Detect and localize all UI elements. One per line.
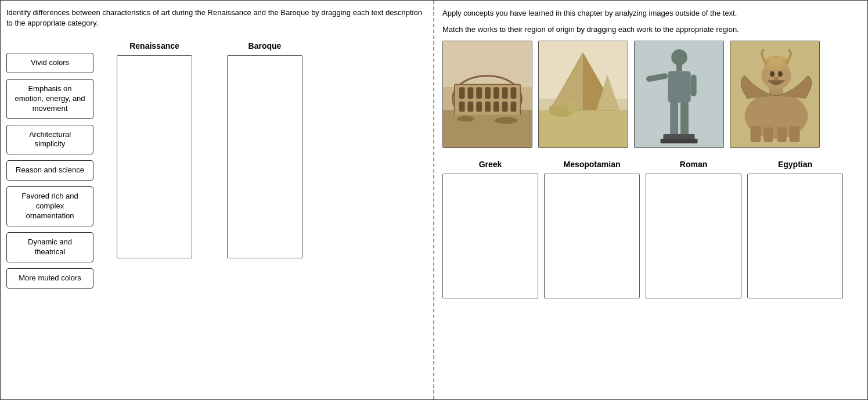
svg-point-54	[774, 77, 779, 80]
drag-item-dynamic-theatrical[interactable]: Dynamic and theatrical	[6, 232, 93, 262]
drag-item-emphasis-emotion[interactable]: Emphasis on emotion, energy, and movemen…	[6, 79, 93, 119]
svg-rect-17	[502, 102, 508, 112]
svg-rect-19	[443, 115, 532, 147]
svg-rect-39	[680, 102, 689, 136]
egyptian-drop-zone[interactable]	[747, 174, 843, 298]
svg-rect-47	[790, 126, 800, 142]
mesopotamian-column: Mesopotamian	[544, 160, 640, 298]
right-instructions-2: Match the works to their region of origi…	[442, 24, 859, 35]
mesopotamian-drop-zone[interactable]	[544, 174, 640, 298]
svg-rect-45	[763, 127, 773, 142]
svg-rect-24	[539, 110, 628, 147]
drag-item-reason-science[interactable]: Reason and science	[6, 160, 93, 181]
mesopotamian-label: Mesopotamian	[563, 160, 620, 169]
colosseum-svg	[443, 41, 532, 147]
svg-rect-38	[670, 102, 678, 136]
svg-point-20	[458, 116, 475, 122]
svg-rect-8	[485, 87, 491, 99]
svg-point-33	[671, 49, 687, 66]
svg-point-52	[770, 71, 775, 77]
image-greek-statue[interactable]	[634, 41, 724, 148]
svg-rect-44	[751, 126, 761, 142]
renaissance-column: Renaissance	[117, 41, 192, 258]
baroque-drop-zone[interactable]	[227, 55, 302, 258]
svg-rect-41	[660, 139, 697, 143]
greek-column: Greek	[442, 160, 538, 298]
svg-rect-7	[476, 87, 482, 99]
egyptian-label: Egyptian	[778, 160, 812, 169]
baroque-column: Baroque	[227, 41, 302, 258]
svg-rect-9	[494, 87, 499, 99]
svg-rect-13	[467, 102, 473, 112]
pyramid-svg	[539, 41, 628, 147]
svg-rect-11	[510, 87, 516, 99]
image-pyramid[interactable]	[538, 41, 628, 148]
greek-label: Greek	[479, 160, 502, 169]
drag-item-favored-rich[interactable]: Favored rich and complex ornamentation	[6, 186, 93, 226]
drag-item-more-muted[interactable]: More muted colors	[6, 268, 93, 289]
left-instructions: Identify differences between characteris…	[6, 8, 427, 28]
left-panel: Identify differences between characteris…	[1, 1, 434, 399]
svg-rect-35	[668, 71, 690, 103]
statue-svg	[635, 41, 723, 147]
baroque-label: Baroque	[248, 41, 282, 51]
svg-rect-6	[467, 87, 473, 99]
drop-row: Greek Mesopotamian Roman Egyptian	[442, 160, 859, 298]
drag-item-architectural-simplicity[interactable]: Architectural simplicity	[6, 125, 93, 155]
svg-rect-15	[485, 102, 491, 112]
egyptian-column: Egyptian	[747, 160, 843, 298]
svg-rect-10	[502, 87, 508, 99]
svg-rect-51	[769, 57, 783, 66]
svg-point-29	[567, 100, 577, 113]
images-row	[442, 41, 859, 148]
main-container: Identify differences between characteris…	[0, 0, 868, 400]
image-colosseum[interactable]	[442, 41, 532, 148]
renaissance-drop-zone[interactable]	[117, 55, 192, 258]
drag-items-column: Vivid colors Emphasis on emotion, energy…	[6, 53, 93, 289]
svg-rect-34	[676, 64, 682, 71]
roman-column: Roman	[646, 160, 741, 298]
renaissance-label: Renaissance	[129, 41, 179, 51]
drag-item-vivid-colors[interactable]: Vivid colors	[6, 53, 93, 73]
right-instructions-1: Apply concepts you have learned in this …	[442, 8, 859, 19]
svg-rect-14	[476, 102, 482, 112]
lamassu-svg	[730, 41, 819, 147]
greek-drop-zone[interactable]	[442, 174, 538, 298]
svg-point-21	[495, 117, 517, 124]
roman-label: Roman	[680, 160, 707, 169]
svg-rect-37	[691, 74, 697, 96]
svg-rect-16	[494, 102, 499, 112]
svg-point-53	[778, 71, 783, 77]
svg-rect-2	[443, 41, 532, 87]
svg-rect-46	[777, 127, 787, 142]
drop-zones-area: Renaissance Baroque	[117, 41, 302, 258]
svg-rect-12	[459, 102, 465, 112]
right-panel: Apply concepts you have learned in this …	[434, 1, 867, 399]
roman-drop-zone[interactable]	[646, 174, 741, 298]
svg-rect-18	[510, 102, 516, 112]
image-lamassu[interactable]	[730, 41, 820, 148]
svg-rect-5	[459, 87, 465, 99]
